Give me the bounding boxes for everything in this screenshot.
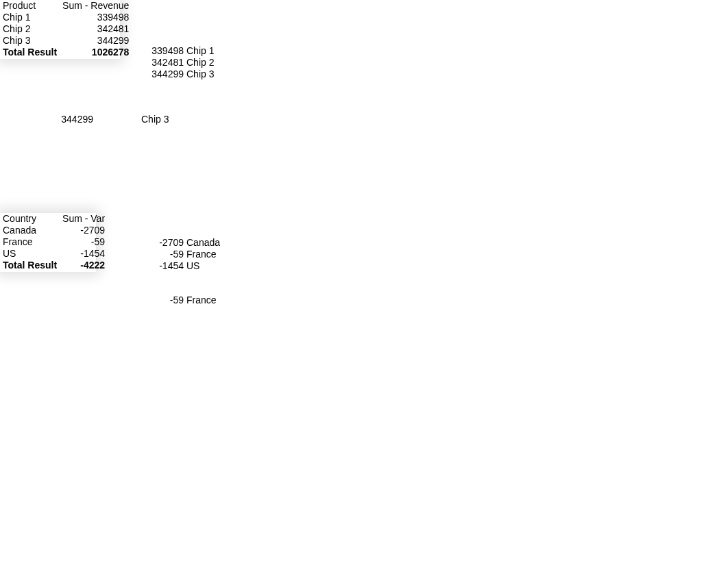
pivot-revenue-total-value: 1026278	[60, 47, 132, 58]
detached1-label: Chip 3	[141, 114, 169, 125]
side2-value: -59	[144, 249, 184, 260]
pivot-revenue-label: Chip 3	[0, 35, 60, 47]
side1-label: Chip 3	[186, 68, 214, 80]
pivot-revenue-value: 339498	[60, 12, 132, 23]
table-row: Chip 3 344299	[0, 35, 132, 47]
table-row: Canada -2709	[0, 225, 108, 236]
pivot-var-label: France	[0, 236, 60, 248]
side2-label: US	[186, 260, 199, 272]
pivot-revenue-row-header: Product	[0, 0, 60, 12]
pivot-var-label: Canada	[0, 225, 60, 236]
table-row: US -1454	[0, 248, 108, 260]
pivot-var-row-header: Country	[0, 213, 60, 225]
pivot-var-value: -59	[60, 236, 108, 248]
pivot-revenue-value: 344299	[60, 35, 132, 47]
side1-value: 342481	[137, 57, 184, 68]
pivot-revenue-header-row: Product Sum - Revenue	[0, 0, 132, 12]
side2-label: France	[186, 249, 217, 260]
pivot-revenue-label: Chip 2	[0, 23, 60, 35]
detached2-value: -59	[144, 295, 184, 306]
pivot-revenue-total-label: Total Result	[0, 47, 60, 58]
pivot-var-total-value: -4222	[60, 260, 108, 271]
side2-value: -1454	[144, 260, 184, 272]
pivot-revenue-value-header: Sum - Revenue	[60, 0, 132, 12]
side1-label: Chip 2	[186, 57, 214, 68]
pivot-revenue-table: Product Sum - Revenue Chip 1 339498 Chip…	[0, 0, 132, 58]
pivot-var-table: Country Sum - Var Canada -2709 France -5…	[0, 213, 108, 271]
pivot-revenue-total-row: Total Result 1026278	[0, 47, 132, 58]
table-row: Chip 2 342481	[0, 23, 132, 35]
pivot-var-block: Country Sum - Var Canada -2709 France -5…	[0, 213, 96, 272]
side2-label: Canada	[186, 237, 220, 249]
pivot-var-header-row: Country Sum - Var	[0, 213, 108, 225]
pivot-revenue-value: 342481	[60, 23, 132, 35]
pivot-revenue-block: Product Sum - Revenue Chip 1 339498 Chip…	[0, 0, 120, 59]
side1-value: 344299	[137, 68, 184, 80]
pivot-var-value: -1454	[60, 248, 108, 260]
pivot-var-total-label: Total Result	[0, 260, 60, 271]
pivot-revenue-label: Chip 1	[0, 12, 60, 23]
detached2-label: France	[186, 295, 217, 306]
detached1-value: 344299	[47, 114, 93, 125]
side1-value: 339498	[137, 45, 184, 57]
pivot-var-value-header: Sum - Var	[60, 213, 108, 225]
side1-label: Chip 1	[186, 45, 214, 57]
table-row: Chip 1 339498	[0, 12, 132, 23]
pivot-var-value: -2709	[60, 225, 108, 236]
pivot-var-label: US	[0, 248, 60, 260]
pivot-var-total-row: Total Result -4222	[0, 260, 108, 271]
side2-value: -2709	[144, 237, 184, 249]
table-row: France -59	[0, 236, 108, 248]
